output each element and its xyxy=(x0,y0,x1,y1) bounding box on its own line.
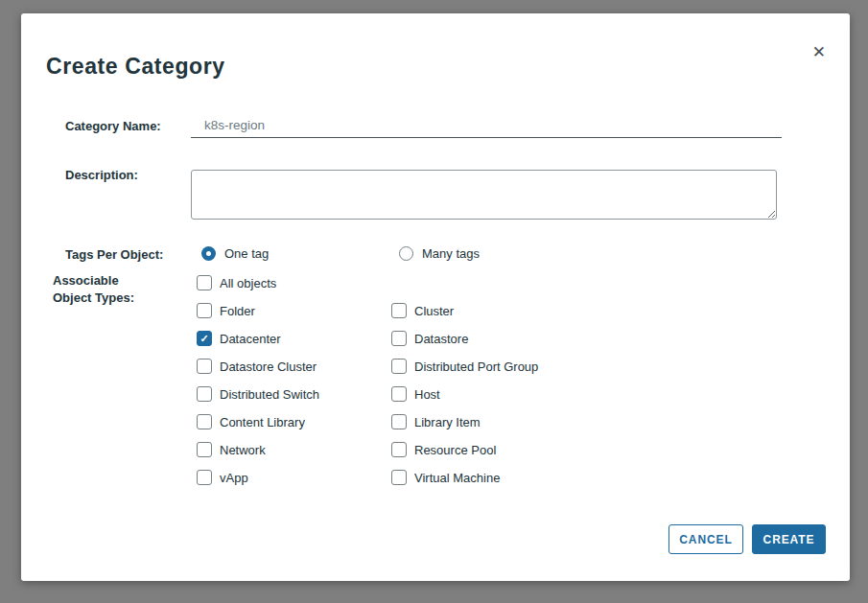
create-category-dialog: Create Category ✕ Category Name: Descrip… xyxy=(21,13,850,581)
check-icon: ✓ xyxy=(199,334,208,344)
checkbox-label: Datastore Cluster xyxy=(220,359,317,374)
checkbox-datastore-cluster[interactable]: Datastore Cluster xyxy=(197,359,391,374)
checkbox-label: vApp xyxy=(220,471,248,485)
checkbox-label: Cluster xyxy=(414,304,454,318)
checkbox-library-item[interactable]: Library Item xyxy=(391,414,660,429)
checkbox-icon xyxy=(391,386,407,402)
checkbox-label: Network xyxy=(220,443,266,457)
checkbox-icon xyxy=(197,470,212,485)
checkbox-label: Distributed Port Group xyxy=(414,359,538,374)
description-textarea[interactable] xyxy=(191,170,777,220)
checkbox-virtual-machine[interactable]: Virtual Machine xyxy=(391,470,660,485)
checkbox-network[interactable]: Network xyxy=(197,442,391,457)
associable-checkbox-grid: Folder Cluster ✓ Datacenter Datastore Da… xyxy=(197,303,660,485)
checkbox-label: All objects xyxy=(220,276,276,290)
checkbox-datastore[interactable]: Datastore xyxy=(391,331,660,346)
checkbox-icon xyxy=(391,359,407,374)
checkbox-icon xyxy=(391,414,407,429)
create-button[interactable]: CREATE xyxy=(752,524,826,554)
checkbox-all-objects[interactable]: All objects xyxy=(197,275,276,290)
category-name-label: Category Name: xyxy=(65,119,161,133)
cancel-button[interactable]: CANCEL xyxy=(669,524,743,554)
checkbox-label: Virtual Machine xyxy=(414,471,500,485)
checkbox-icon xyxy=(197,275,212,290)
checkbox-label: Distributed Switch xyxy=(220,387,319,402)
radio-many-tags-label: Many tags xyxy=(422,246,480,261)
radio-unselected-icon xyxy=(399,246,413,261)
associable-label-line1: Associable xyxy=(53,272,134,290)
checkbox-label: Library Item xyxy=(414,415,481,429)
checkbox-label: Resource Pool xyxy=(414,443,496,457)
checkbox-icon xyxy=(391,470,407,485)
checkbox-label: Datacenter xyxy=(220,332,281,346)
checkbox-icon xyxy=(197,414,212,429)
checkbox-vapp[interactable]: vApp xyxy=(197,470,391,485)
checkbox-label: Content Library xyxy=(220,415,305,429)
checkbox-label: Folder xyxy=(220,304,255,318)
radio-many-tags[interactable]: Many tags xyxy=(399,246,480,261)
checkbox-datacenter[interactable]: ✓ Datacenter xyxy=(197,331,391,346)
checkbox-checked-icon: ✓ xyxy=(197,331,212,346)
checkbox-label: Datastore xyxy=(414,332,468,346)
dialog-footer: CANCEL CREATE xyxy=(669,524,826,554)
checkbox-icon xyxy=(391,331,407,346)
checkbox-icon xyxy=(391,303,407,318)
checkbox-icon xyxy=(197,442,212,457)
checkbox-distributed-switch[interactable]: Distributed Switch xyxy=(197,386,391,402)
category-name-input[interactable] xyxy=(191,112,782,138)
checkbox-cluster[interactable]: Cluster xyxy=(391,303,660,318)
associable-label-line2: Object Types: xyxy=(53,290,134,307)
radio-selected-icon xyxy=(201,246,216,261)
checkbox-icon xyxy=(197,359,212,374)
checkbox-icon xyxy=(391,442,407,457)
checkbox-label: Host xyxy=(414,387,440,402)
checkbox-folder[interactable]: Folder xyxy=(197,303,391,318)
checkbox-content-library[interactable]: Content Library xyxy=(197,414,391,429)
checkbox-host[interactable]: Host xyxy=(391,386,660,402)
dialog-title: Create Category xyxy=(46,54,225,80)
radio-one-tag-label: One tag xyxy=(224,246,269,261)
description-label: Description: xyxy=(65,168,138,182)
close-icon[interactable]: ✕ xyxy=(812,44,826,60)
checkbox-icon xyxy=(197,303,212,318)
associable-object-types-label: Associable Object Types: xyxy=(53,272,134,307)
checkbox-distributed-port-group[interactable]: Distributed Port Group xyxy=(391,359,660,374)
checkbox-resource-pool[interactable]: Resource Pool xyxy=(391,442,660,457)
tags-per-object-label: Tags Per Object: xyxy=(65,247,163,262)
checkbox-icon xyxy=(197,386,212,402)
radio-one-tag[interactable]: One tag xyxy=(201,246,269,261)
